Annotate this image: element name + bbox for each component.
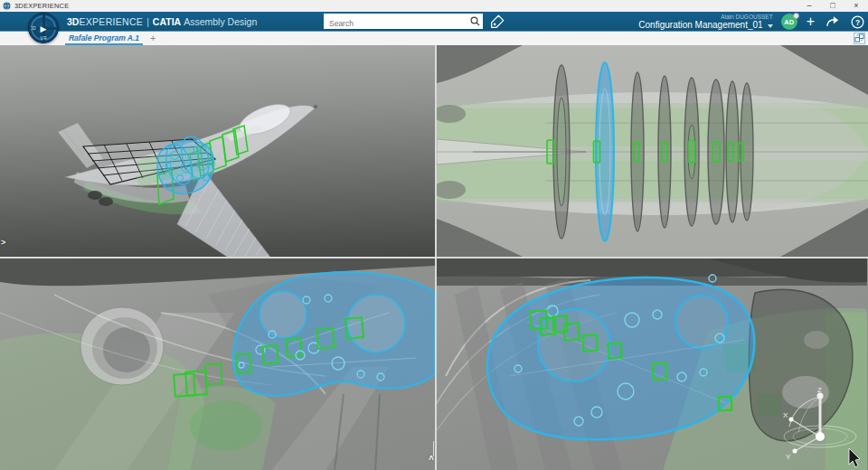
app-bar: 3DEXPERIENCE|CATIAAssembly Design Alain … bbox=[0, 12, 868, 32]
context-dropdown-label[interactable]: Configuration Management_01 bbox=[638, 20, 762, 31]
brand-module: Assembly Design bbox=[184, 16, 257, 27]
compass-vr-label: V.R bbox=[29, 36, 58, 41]
search-input[interactable] bbox=[324, 16, 483, 32]
viewport-closeup-frame-left[interactable] bbox=[0, 258, 435, 470]
fuselage-plan-model bbox=[437, 45, 868, 257]
viewport-iso-aircraft[interactable] bbox=[0, 45, 435, 257]
user-name: Alain DUGOUSSET bbox=[721, 14, 772, 20]
maximize-button[interactable]: □ bbox=[821, 0, 844, 12]
tab-strip: Rafale Program A.1 + bbox=[0, 32, 868, 45]
viewport-grid: X Y Z bbox=[0, 45, 868, 470]
help-button[interactable]: ? bbox=[851, 15, 864, 29]
avatar[interactable]: AD bbox=[781, 14, 797, 30]
window-titlebar: 3DEXPERIENCE – □ × bbox=[0, 0, 868, 12]
triad-z-label: Z bbox=[817, 386, 822, 394]
share-button[interactable] bbox=[826, 15, 840, 28]
left-panel-expander[interactable]: > bbox=[1, 238, 5, 247]
window-controls: – □ × bbox=[797, 0, 868, 12]
minimize-button[interactable]: – bbox=[797, 0, 821, 12]
avatar-initials: AD bbox=[784, 18, 794, 26]
tab-rafale-program[interactable]: Rafale Program A.1 bbox=[65, 32, 143, 45]
user-context-block[interactable]: Alain DUGOUSSET Configuration Management… bbox=[638, 14, 772, 31]
avatar-status-dot bbox=[793, 13, 799, 19]
help-icon: ? bbox=[851, 15, 864, 29]
add-content-button[interactable]: + bbox=[807, 14, 815, 30]
brand-3d: 3D bbox=[67, 16, 79, 27]
appbar-right-cluster: Alain DUGOUSSET Configuration Management… bbox=[638, 12, 864, 32]
3dexperience-compass[interactable]: ▶ 3D V.R bbox=[28, 13, 59, 43]
restore-windows-icon bbox=[854, 33, 864, 43]
brand-app: CATIA bbox=[153, 16, 181, 27]
tag-icon[interactable] bbox=[489, 14, 505, 30]
viewport-plan-frames[interactable] bbox=[437, 45, 868, 257]
brand-text: 3DEXPERIENCE|CATIAAssembly Design bbox=[67, 12, 257, 32]
action-bar-expander[interactable]: ^ bbox=[429, 455, 434, 465]
chevron-down-icon bbox=[768, 24, 773, 28]
brand-experience: EXPERIENCE bbox=[79, 16, 143, 27]
triad-x-label: X bbox=[783, 411, 788, 419]
search-icon[interactable] bbox=[470, 16, 480, 26]
triad-y-label: Y bbox=[786, 453, 791, 461]
search-box bbox=[324, 14, 483, 29]
app-globe-icon bbox=[3, 2, 11, 10]
application-window: 3DEXPERIENCE – □ × 3DEXPERIENCE|CATIAAss… bbox=[0, 0, 868, 470]
new-tab-button[interactable]: + bbox=[150, 32, 156, 44]
share-arrow-icon bbox=[826, 15, 840, 28]
brand-separator: | bbox=[146, 16, 149, 27]
close-button[interactable]: × bbox=[844, 0, 868, 12]
restore-viewports-button[interactable] bbox=[854, 33, 865, 44]
viewport-closeup-frame-right[interactable]: X Y Z bbox=[437, 258, 868, 470]
window-title: 3DEXPERIENCE bbox=[14, 2, 69, 10]
compass-3d-label: 3D bbox=[31, 26, 36, 31]
svg-text:?: ? bbox=[855, 17, 860, 26]
